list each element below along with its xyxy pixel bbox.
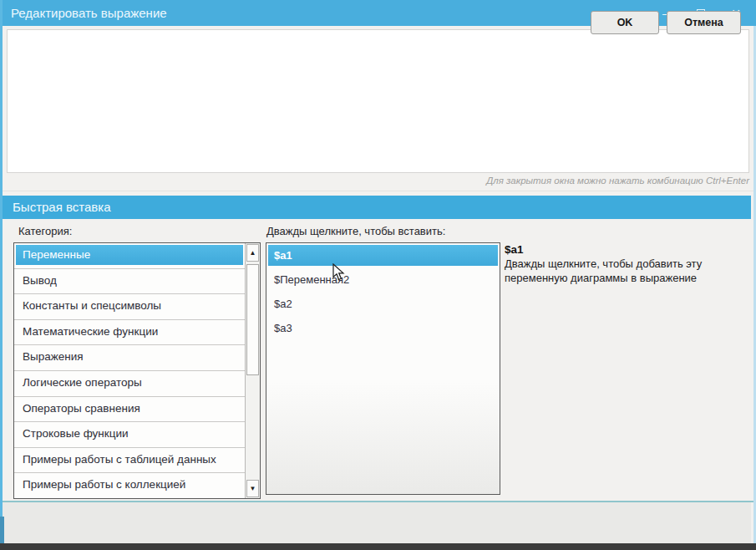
screen-bottom-strip xyxy=(0,543,756,550)
scroll-down-icon: ▼ xyxy=(250,485,256,492)
category-item[interactable]: Операторы сравнения xyxy=(14,397,245,423)
variable-item-label: $a2 xyxy=(268,293,498,314)
description-text: Дважды щелкните, чтобы добавить эту пере… xyxy=(505,257,732,285)
variable-item[interactable]: $a2 xyxy=(266,292,500,316)
scrollbar-thumb[interactable] xyxy=(246,264,259,375)
category-item-label: Выражения xyxy=(16,347,243,367)
category-item[interactable]: Переменные xyxy=(14,243,245,269)
section-divider xyxy=(0,191,756,191)
category-scrollbar[interactable]: ▲ ▼ xyxy=(245,243,260,498)
category-item-label: Строковые функции xyxy=(16,424,243,444)
scroll-up-icon: ▲ xyxy=(250,249,256,257)
variable-list: $a1 $Переменная2 $a2 $a3 xyxy=(266,242,500,495)
scroll-up-button[interactable]: ▲ xyxy=(246,244,259,262)
variable-item[interactable]: $a3 xyxy=(266,316,500,340)
category-item-label: Примеры работы с таблицей данных xyxy=(16,450,243,470)
description-panel: $a1 Дважды щелкните, чтобы добавить эту … xyxy=(505,243,732,285)
quick-insert-header: Быстрая вставка xyxy=(3,196,751,219)
category-item-label: Логические операторы xyxy=(16,373,243,393)
category-item[interactable]: Вывод xyxy=(14,269,245,295)
description-title: $a1 xyxy=(505,243,732,256)
category-item-label: Примеры работы с коллекцией xyxy=(16,475,243,495)
category-item[interactable]: Константы и спецсимволы xyxy=(14,294,245,320)
category-item-label: Константы и спецсимволы xyxy=(16,296,243,316)
variable-item[interactable]: $Переменная2 xyxy=(266,267,500,292)
variable-item-label: $a1 xyxy=(268,245,498,266)
insert-instruction-label: Дважды щелкните, чтобы вставить: xyxy=(266,225,445,237)
ok-button[interactable]: OK xyxy=(591,11,659,34)
category-item[interactable]: Строковые функции xyxy=(14,422,245,448)
background-window-edge xyxy=(0,517,4,543)
category-item[interactable]: Примеры работы с коллекцией xyxy=(14,473,245,498)
category-item[interactable]: Выражения xyxy=(14,345,245,371)
category-item-label: Операторы сравнения xyxy=(16,399,243,419)
edit-expression-dialog: Редактировать выражение – ✕ Для закрытия… xyxy=(0,0,756,550)
item-list-rows: $a1 $Переменная2 $a2 $a3 xyxy=(266,243,500,340)
scroll-down-button[interactable]: ▼ xyxy=(246,480,259,497)
category-item[interactable]: Примеры работы с таблицей данных xyxy=(14,448,245,474)
variable-item[interactable]: $a1 xyxy=(266,243,500,267)
category-list-rows: Переменные Вывод Константы и спецсимволы… xyxy=(14,243,245,498)
window-left-border xyxy=(0,0,3,543)
category-item-label: Математические функции xyxy=(16,322,243,342)
cancel-button[interactable]: Отмена xyxy=(667,11,741,34)
category-item[interactable]: Логические операторы xyxy=(14,371,245,397)
category-list: Переменные Вывод Константы и спецсимволы… xyxy=(13,242,261,499)
category-label: Категория: xyxy=(18,225,72,237)
close-shortcut-hint: Для закрытия окна можно нажать комбинаци… xyxy=(486,176,749,186)
variable-item-label: $Переменная2 xyxy=(268,269,498,290)
category-item-label: Переменные xyxy=(16,245,243,265)
window-title: Редактировать выражение xyxy=(11,0,167,26)
category-item-label: Вывод xyxy=(16,271,243,291)
variable-item-label: $a3 xyxy=(268,318,498,339)
category-item[interactable]: Математические функции xyxy=(14,320,245,346)
footer-bar xyxy=(3,502,751,543)
expression-input[interactable] xyxy=(7,29,749,173)
